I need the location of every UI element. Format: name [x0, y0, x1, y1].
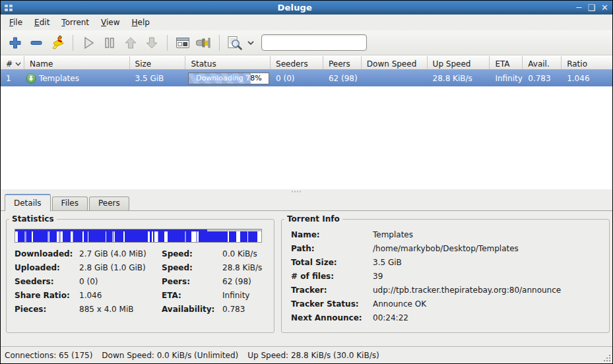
stat-label: Availability:: [162, 305, 222, 314]
status-down-speed: Down Speed: 0.0 KiB/s (Unlimited): [102, 351, 238, 360]
column-header-avail[interactable]: Avail.: [523, 56, 562, 69]
pause-icon: [102, 36, 117, 50]
pieces-bar-stripes: [15, 231, 261, 242]
stat-value: 1.046: [79, 291, 162, 300]
info-label: Next Announce:: [291, 313, 373, 322]
minus-icon: [29, 36, 44, 50]
bottom-gap: [1, 338, 612, 346]
status-progress-bar: Downloading 78% Downloading 78%: [188, 73, 269, 84]
window-title: Deluge: [13, 3, 577, 13]
arrow-up-icon: [123, 36, 138, 50]
search-dropdown-chevron-icon[interactable]: [247, 38, 255, 47]
torrent-info-title: Torrent Info: [284, 214, 342, 224]
downloading-status-icon: [26, 73, 36, 84]
menu-torrent[interactable]: Torrent: [55, 16, 95, 29]
stat-value: 0.783: [222, 305, 274, 314]
column-header-ratio[interactable]: Ratio: [562, 56, 612, 69]
close-icon[interactable]: ✕: [601, 3, 608, 13]
info-value: udp://tpb.tracker.thepiratebay.org:80/an…: [373, 286, 609, 295]
resize-grip-icon[interactable]: [602, 353, 611, 362]
minimize-icon[interactable]: ─: [577, 3, 582, 13]
stat-value: 2.8 GiB (1.0 GiB): [79, 263, 162, 272]
search-icon: [226, 35, 243, 51]
stat-label: Speed:: [162, 249, 222, 258]
column-header-size[interactable]: Size: [130, 56, 186, 69]
stat-value: 2.7 GiB (4.0 MiB): [79, 249, 162, 258]
details-tabbar: Details Files Peers: [1, 194, 612, 211]
menu-edit[interactable]: Edit: [28, 16, 55, 29]
info-value: 3.5 GiB: [373, 258, 609, 267]
arrow-down-icon: [145, 36, 159, 50]
stat-value: 62 (98): [222, 277, 274, 286]
stat-label: Share Ratio:: [15, 291, 79, 300]
tab-details[interactable]: Details: [5, 194, 51, 211]
menu-help[interactable]: Help: [126, 16, 156, 29]
titlebar[interactable]: Deluge ─ ❑ ✕: [1, 1, 612, 15]
column-header-name[interactable]: Name: [24, 56, 130, 69]
torrent-avail: 0.783: [523, 74, 562, 83]
info-value: 00:24:22: [373, 313, 609, 322]
maximize-icon[interactable]: ❑: [587, 3, 595, 13]
statusbar: Connections: 65 (175) Down Speed: 0.0 Ki…: [1, 346, 612, 363]
stat-value: 28.8 KiB/s: [222, 263, 274, 272]
column-header-eta[interactable]: ETA: [490, 56, 523, 69]
menu-file[interactable]: File: [3, 16, 28, 29]
search-input[interactable]: [261, 34, 367, 51]
torrent-row-selected[interactable]: 1 Templates 3.5 GiB Downloading 78% Down…: [1, 70, 612, 86]
info-label: # of files:: [291, 272, 373, 281]
column-header-peers[interactable]: Peers: [323, 56, 362, 69]
info-value: /home/markybob/Desktop/Templates: [373, 244, 609, 253]
torrent-up-speed: 28.8 KiB/s: [428, 74, 490, 83]
stat-value: 0 (0): [79, 277, 162, 286]
window-menu-icon[interactable]: [5, 5, 13, 11]
info-label: Total Size:: [291, 258, 373, 267]
stat-label: Seeders:: [15, 277, 79, 286]
resume-button[interactable]: [78, 33, 99, 53]
torrent-size: 3.5 GiB: [130, 74, 186, 83]
stat-label: ETA:: [162, 291, 222, 300]
column-header-status[interactable]: Status: [185, 56, 271, 69]
torrent-ratio: 1.046: [562, 74, 612, 83]
tab-files[interactable]: Files: [52, 197, 88, 210]
torrent-list-header: # Name Size Status Seeders Peers Down Sp…: [1, 55, 612, 70]
status-connections: Connections: 65 (175): [5, 351, 92, 360]
column-header-seeders[interactable]: Seeders: [271, 56, 323, 69]
tab-peers[interactable]: Peers: [89, 197, 129, 210]
column-header-down-speed[interactable]: Down Speed: [362, 56, 428, 69]
stat-value: 885 x 4.0 MiB: [79, 305, 162, 314]
queue-up-button[interactable]: [120, 33, 141, 53]
clear-finished-button[interactable]: [47, 33, 68, 53]
broom-icon: [49, 35, 65, 51]
deluge-window: Deluge ─ ❑ ✕ File Edit Torrent View Help: [0, 0, 613, 364]
menu-view[interactable]: View: [95, 16, 125, 29]
preferences-button[interactable]: [172, 33, 193, 53]
remove-torrent-button[interactable]: [26, 33, 47, 53]
queue-down-button[interactable]: [141, 33, 162, 53]
info-label: Path:: [291, 244, 373, 253]
add-torrent-button[interactable]: [5, 33, 26, 53]
statistics-grid: Downloaded:2.7 GiB (4.0 MiB)Speed:0.0 Ki…: [7, 247, 274, 314]
pause-button[interactable]: [99, 33, 120, 53]
stat-label: Downloaded:: [15, 249, 79, 258]
stat-label: Peers:: [162, 277, 222, 286]
info-value: Announce OK: [373, 299, 609, 309]
menubar: File Edit Torrent View Help: [1, 15, 612, 30]
toolbar: [1, 30, 612, 55]
stat-value: Infinity: [222, 291, 274, 300]
splitter-grip-icon: [291, 191, 302, 193]
pane-splitter[interactable]: [1, 189, 612, 194]
toolbar-separator: [73, 35, 73, 51]
stat-label: Speed:: [162, 263, 222, 272]
info-value: 39: [373, 272, 609, 281]
torrent-info-grid: Name:Templates Path:/home/markybob/Deskt…: [282, 224, 609, 322]
plus-icon: [8, 36, 22, 50]
column-header-up-speed[interactable]: Up Speed: [428, 56, 490, 69]
connection-manager-button[interactable]: [193, 33, 214, 53]
statistics-title: Statistics: [9, 214, 57, 224]
column-header-number[interactable]: #: [1, 56, 24, 69]
info-label: Tracker Status:: [291, 299, 373, 309]
torrent-name-cell: Templates: [24, 73, 130, 84]
search-button[interactable]: [224, 33, 245, 53]
torrent-name: Templates: [39, 74, 79, 83]
torrent-status-cell: Downloading 78% Downloading 78%: [185, 73, 271, 84]
